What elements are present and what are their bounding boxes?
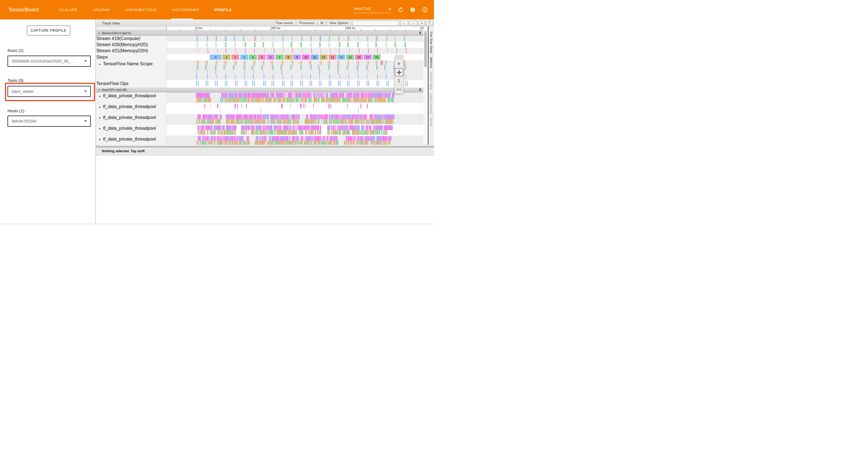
- trace-event-mark: [371, 97, 372, 102]
- timing-tool-button[interactable]: [395, 85, 403, 94]
- trace-event-mark: [267, 115, 268, 119]
- collapse-triangle-icon[interactable]: ▼: [98, 32, 100, 34]
- refresh-icon[interactable]: [397, 7, 403, 13]
- close-section-button[interactable]: X: [419, 88, 421, 92]
- trace-help-button[interactable]: ?: [426, 21, 433, 26]
- step-chip-13[interactable]: 13: [329, 55, 337, 60]
- expander-triangle-icon[interactable]: ▼: [99, 63, 101, 66]
- tools-dropdown[interactable]: trace_viewer: [7, 86, 91, 97]
- vertical-scrollbar[interactable]: [424, 27, 428, 145]
- trace-search-input[interactable]: [352, 21, 399, 26]
- trace-event-mark: [318, 130, 318, 135]
- hosts-dropdown[interactable]: 8efc5e791540: [7, 116, 91, 127]
- expander-triangle-icon[interactable]: ▼: [99, 106, 101, 109]
- trace-event-mark: [407, 81, 408, 86]
- nav-tab-profile[interactable]: PROFILE: [214, 5, 232, 15]
- nav-prev-button[interactable]: ←: [400, 21, 408, 26]
- trace-event-mark: [242, 141, 243, 145]
- track-area[interactable]: [166, 60, 424, 80]
- runs-dropdown[interactable]: 20200409-231431/train/2020_04_…: [7, 56, 91, 67]
- trace-event-mark: [293, 141, 294, 145]
- capture-profile-button[interactable]: CAPTURE PROFILE: [27, 26, 70, 36]
- step-chip-10[interactable]: 10: [302, 55, 310, 60]
- trace-event-mark: [292, 36, 292, 41]
- expander-triangle-icon[interactable]: ▼: [99, 95, 101, 98]
- trace-event-mark: [327, 97, 328, 102]
- more-button[interactable]: »: [419, 21, 425, 26]
- step-chip-15[interactable]: 15: [346, 55, 354, 60]
- step-chip-11[interactable]: 11: [311, 55, 319, 60]
- expander-triangle-icon[interactable]: ▼: [99, 117, 101, 119]
- track-area[interactable]: [166, 114, 424, 125]
- step-chip-16[interactable]: 16: [355, 55, 363, 60]
- trace-event-mark: [390, 119, 391, 124]
- side-tab-input-latency[interactable]: Input Latency: [430, 94, 433, 114]
- pane-divider[interactable]: [96, 145, 434, 147]
- step-chip-2[interactable]: 2: [231, 55, 239, 60]
- trace-event-mark: [339, 119, 340, 124]
- trace-event-mark: [214, 141, 215, 145]
- trace-event-mark: [367, 130, 368, 135]
- step-chip-17[interactable]: 17: [364, 55, 372, 60]
- zoom-tool-button[interactable]: [395, 77, 403, 85]
- trace-event-mark: [329, 125, 330, 130]
- nav-tab-scalars[interactable]: SCALARS: [59, 5, 78, 15]
- processes-button[interactable]: Processes: [297, 21, 317, 26]
- step-chip-9[interactable]: 9: [293, 55, 301, 60]
- flow-events-button[interactable]: Flow events: [273, 21, 296, 26]
- side-tab-metrics[interactable]: Metrics: [430, 57, 433, 68]
- step-chip-14[interactable]: 14: [337, 55, 345, 60]
- side-tab-frame-data[interactable]: Frame Data: [430, 72, 433, 90]
- step-chip-4[interactable]: 4: [249, 55, 257, 60]
- trace-event-mark: [317, 115, 318, 119]
- step-chip-7[interactable]: 7: [275, 55, 283, 60]
- view-options-button[interactable]: View Options: [327, 21, 351, 26]
- nav-next-button[interactable]: →: [409, 21, 417, 26]
- nav-tab-histograms[interactable]: HISTOGRAMS: [172, 5, 199, 15]
- help-icon[interactable]: ?: [422, 7, 428, 13]
- track-area[interactable]: [166, 136, 424, 145]
- palette-drag-handle[interactable]: [396, 56, 402, 59]
- trace-event-mark: [282, 115, 282, 119]
- step-chip-5[interactable]: 5: [258, 55, 266, 60]
- section-header[interactable]: ▼/host:CPU (pid 49)X: [96, 88, 424, 92]
- trace-event-mark: [252, 119, 253, 124]
- pan-tool-button[interactable]: [395, 68, 403, 77]
- scrollbar-thumb[interactable]: [424, 31, 427, 67]
- m-button[interactable]: M: [318, 21, 326, 26]
- collapse-triangle-icon[interactable]: ▼: [98, 89, 100, 91]
- track-area[interactable]: [167, 80, 424, 88]
- trace-event-mark: [264, 125, 265, 130]
- side-tab-file-size-stats[interactable]: File Size Stats: [430, 32, 433, 53]
- track-area[interactable]: [167, 36, 424, 42]
- expander-triangle-icon[interactable]: ▼: [99, 138, 101, 141]
- cursor-tool-button[interactable]: [395, 59, 403, 68]
- step-chip-1[interactable]: 1: [222, 55, 230, 60]
- side-tab-alerts[interactable]: Alerts: [430, 118, 433, 126]
- track-area[interactable]: [167, 42, 424, 48]
- step-chip-3[interactable]: 3: [240, 55, 248, 60]
- status-dropdown[interactable]: INACTIVE: [354, 7, 391, 13]
- track-area[interactable]: [166, 125, 424, 136]
- section-header[interactable]: ▼/device:GPU:0 (pid 0)X: [96, 31, 424, 36]
- track-area[interactable]: [167, 48, 424, 54]
- step-chip-12[interactable]: 12: [319, 55, 328, 60]
- track-area[interactable]: [166, 103, 424, 114]
- settings-gear-icon[interactable]: [409, 7, 416, 13]
- expander-triangle-icon[interactable]: ▼: [99, 127, 101, 130]
- step-chip-8[interactable]: 8: [284, 55, 292, 60]
- track-area[interactable]: 0123456789101112131415161718: [167, 54, 424, 60]
- close-section-button[interactable]: X: [419, 31, 421, 35]
- nav-tab-graphs[interactable]: GRAPHS: [93, 5, 110, 15]
- trace-event-mark: [217, 130, 218, 135]
- nav-tab-distributions[interactable]: DISTRIBUTIONS: [125, 5, 157, 15]
- step-chip-0[interactable]: 0: [210, 55, 222, 60]
- step-chip-6[interactable]: 6: [267, 55, 275, 60]
- ruler-label: 200 ms: [271, 27, 280, 30]
- trace-event-mark: [268, 130, 269, 135]
- trace-event-mark: [283, 136, 283, 141]
- step-chip-18[interactable]: 18: [373, 55, 381, 60]
- trace-event-mark: [202, 136, 203, 141]
- trace-event-mark: [198, 61, 199, 65]
- track-area[interactable]: [166, 92, 424, 103]
